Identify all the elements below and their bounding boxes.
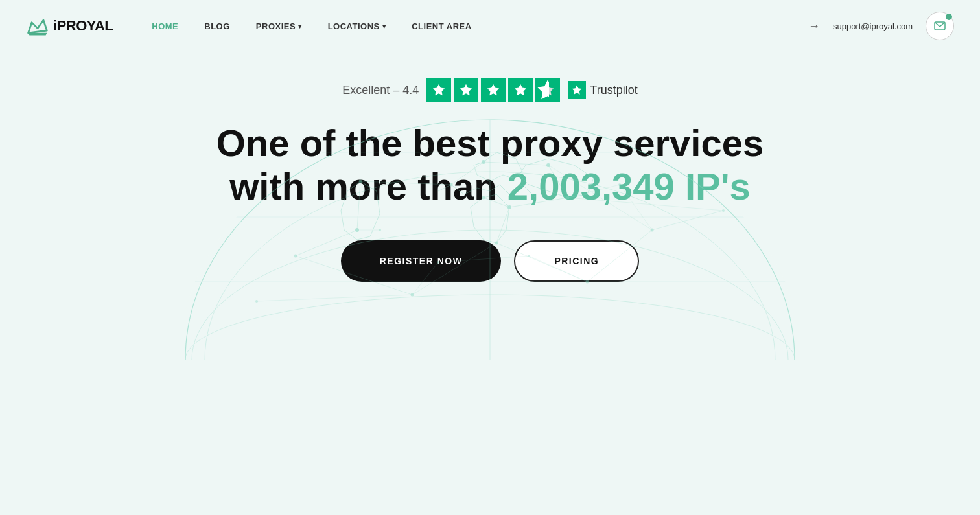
arrow-icon: → [808, 19, 820, 33]
navbar: iPROYAL HOME BLOG PROXIES LOCATIONS CLIE… [0, 0, 980, 52]
mail-button[interactable] [926, 12, 954, 40]
trustpilot-logo-icon [568, 81, 586, 99]
hero-section: Excellent – 4.4 [0, 52, 980, 321]
svg-line-45 [548, 165, 652, 230]
nav-item-locations[interactable]: LOCATIONS [328, 21, 386, 31]
nav-item-blog[interactable]: BLOG [204, 21, 230, 31]
star-2 [454, 78, 478, 102]
svg-line-34 [484, 198, 509, 207]
mail-icon [934, 21, 946, 30]
svg-line-54 [412, 262, 438, 295]
logo-text: iPROYAL [53, 17, 113, 34]
stars-container [426, 78, 560, 102]
svg-marker-0 [29, 20, 47, 33]
svg-line-38 [509, 198, 568, 207]
logo-icon [26, 14, 49, 38]
svg-line-53 [620, 185, 652, 230]
trustpilot-star-icon [571, 84, 583, 96]
svg-line-40 [296, 256, 412, 295]
star-4 [508, 78, 533, 102]
svg-line-39 [496, 243, 587, 282]
svg-line-56 [529, 256, 587, 282]
svg-line-36 [357, 181, 360, 230]
globe-svg [166, 100, 814, 360]
star-5-half [535, 78, 560, 102]
trustpilot-brand-name: Trustpilot [590, 84, 637, 97]
support-email-link[interactable]: support@iproyal.com [833, 21, 913, 31]
svg-marker-14 [519, 159, 594, 198]
svg-line-42 [652, 211, 723, 230]
logo[interactable]: iPROYAL [26, 14, 113, 38]
nav-links: HOME BLOG PROXIES LOCATIONS CLIENT AREA [152, 21, 808, 31]
trustpilot-label: Excellent – 4.4 [342, 84, 419, 97]
svg-line-44 [360, 181, 451, 185]
svg-marker-1 [29, 33, 47, 36]
svg-line-46 [412, 243, 496, 295]
svg-line-37 [296, 230, 357, 256]
svg-line-55 [438, 256, 529, 262]
svg-marker-15 [341, 181, 380, 240]
nav-item-client-area[interactable]: CLIENT AREA [412, 21, 471, 31]
star-3 [481, 78, 506, 102]
svg-line-52 [568, 185, 620, 198]
nav-item-home[interactable]: HOME [152, 21, 178, 31]
nav-right: → support@iproyal.com [808, 12, 954, 40]
star-1 [426, 78, 451, 102]
globe-decoration [166, 100, 814, 360]
svg-line-41 [587, 230, 652, 282]
svg-marker-12 [474, 152, 522, 181]
svg-line-35 [496, 207, 509, 243]
trustpilot-brand: Trustpilot [568, 81, 637, 99]
svg-line-33 [548, 165, 568, 198]
nav-item-proxies[interactable]: PROXIES [256, 21, 302, 31]
svg-line-31 [484, 162, 548, 165]
svg-line-43 [257, 295, 412, 301]
svg-line-47 [568, 198, 723, 211]
trustpilot-row: Excellent – 4.4 [342, 78, 637, 102]
svg-line-32 [451, 162, 484, 185]
